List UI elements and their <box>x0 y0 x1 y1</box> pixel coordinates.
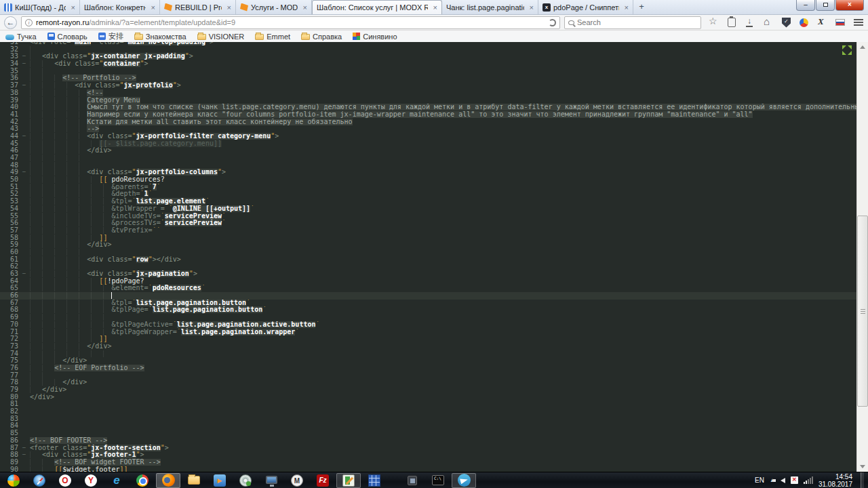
line-number[interactable]: 86 <box>0 437 20 445</box>
code-line[interactable]: 68 &tplPage=`list.page.pagination.button… <box>0 306 856 314</box>
chrome-taskbar-button[interactable] <box>130 473 155 488</box>
bookmark-item[interactable]: 安排 <box>98 31 123 41</box>
tab-close-icon[interactable]: × <box>149 3 155 12</box>
fold-marker-icon[interactable]: – <box>20 82 30 89</box>
clock[interactable]: 14:54 31.08.2017 <box>818 473 852 488</box>
site-info-icon[interactable]: i <box>25 19 33 26</box>
xmark-icon[interactable] <box>816 17 827 28</box>
line-number[interactable]: 70 <box>0 321 20 329</box>
code-line[interactable]: 74 <box>0 350 856 358</box>
fold-marker-icon[interactable]: – <box>20 445 30 452</box>
close-button[interactable]: × <box>835 0 864 11</box>
back-button[interactable]: ← <box>4 16 17 29</box>
yandex-browser-taskbar-button[interactable]: Y <box>79 473 103 488</box>
scroll-up-arrow[interactable] <box>857 42 868 53</box>
code-editor[interactable]: 31<div role="main" class="main no-top-pa… <box>0 42 868 472</box>
search-input[interactable] <box>577 18 697 26</box>
code-line[interactable]: 88– <div class="jx-footer-1"> <box>0 451 856 459</box>
bookmark-item[interactable]: Тучка <box>5 33 37 41</box>
network-signal-icon[interactable] <box>804 477 813 484</box>
code-line[interactable]: 37– <div class="jx-protfolio"> <box>0 82 856 89</box>
fold-marker-icon[interactable]: – <box>20 60 30 68</box>
code-line[interactable]: 52 &depth=`1` <box>0 190 856 198</box>
fold-marker-icon[interactable]: – <box>20 133 30 140</box>
scrollbar-thumb[interactable] <box>857 216 868 407</box>
code-line[interactable]: 58 ]] <box>0 235 856 242</box>
code-line[interactable]: 85 <box>0 430 856 437</box>
code-line[interactable]: 46 </div> <box>0 147 856 155</box>
code-line[interactable]: 47 <box>0 155 856 162</box>
disc-tool-taskbar-button[interactable] <box>233 473 258 488</box>
code-line[interactable]: 82 <box>0 408 856 415</box>
code-line[interactable]: 77 <box>0 372 856 380</box>
code-line[interactable]: 72 ]] <box>0 336 856 343</box>
browser-tab[interactable]: КиШ(Тодд) - Добрые люди× <box>0 0 80 14</box>
code-line[interactable]: 67 &tpl=`list.page.pagination.button` <box>0 300 856 307</box>
url-text[interactable]: remont-rayon.ru/adminka/?a=element/templ… <box>36 18 545 26</box>
pinwheel-icon[interactable] <box>800 18 808 27</box>
code-line[interactable]: 79 </div> <box>0 386 856 394</box>
opera-taskbar-button[interactable]: O <box>53 473 77 488</box>
browser-tab[interactable]: Шаблон: Список услуг | MODX R× <box>312 0 442 14</box>
browser-tab[interactable]: Шаблон: Конкретная Услуга | М× <box>80 0 160 14</box>
browser-tab[interactable]: Чанк: list.page.pagination.wrapp× <box>442 0 538 14</box>
code-line[interactable]: 80</div> <box>0 394 856 401</box>
line-number[interactable]: 57 <box>0 227 20 235</box>
mediainfo-taskbar-button[interactable]: M <box>285 473 309 488</box>
tab-close-icon[interactable]: × <box>622 3 629 12</box>
code-line[interactable]: 40 Смысл тут в том что списке (чанк list… <box>0 104 856 111</box>
new-tab-button[interactable]: + <box>633 0 650 14</box>
search-box[interactable] <box>564 16 701 29</box>
restore-button[interactable] <box>816 0 835 11</box>
show-desktop-button[interactable] <box>861 472 864 488</box>
code-line[interactable]: 39 Category Menu <box>0 97 856 104</box>
minimize-button[interactable]: – <box>796 0 815 11</box>
code-line[interactable]: 36 <!-- Portfolio --> <box>0 75 856 82</box>
code-line[interactable]: 49– <div class="jx-portfolio-columns"> <box>0 169 856 176</box>
command-prompt-taskbar-button[interactable]: C:\ <box>426 473 450 488</box>
clipboard-icon[interactable] <box>728 18 736 27</box>
filezilla-taskbar-button[interactable]: Fz <box>311 473 335 488</box>
tab-close-icon[interactable]: × <box>431 3 437 12</box>
internet-explorer-taskbar-button[interactable]: e <box>104 473 129 488</box>
line-number[interactable]: 38 <box>0 89 20 97</box>
line-number[interactable]: 41 <box>0 111 20 119</box>
bookmark-item[interactable]: Синявино <box>353 33 397 41</box>
line-number[interactable]: 54 <box>0 205 20 213</box>
computer-taskbar-button[interactable] <box>259 473 283 488</box>
blue-grid-app-taskbar-button[interactable] <box>362 473 387 488</box>
home-icon[interactable] <box>763 17 774 28</box>
code-line[interactable]: 51 &parents=`7` <box>0 184 856 191</box>
code-line[interactable]: 34– <div class="container"> <box>0 60 856 68</box>
code-line[interactable]: 90 [[$widget.footer]] <box>0 466 856 472</box>
code-line[interactable]: 41 Например если у контейнера класс "fou… <box>0 111 856 119</box>
code-line[interactable]: 84 <box>0 422 856 430</box>
windows-explorer-taskbar-button[interactable] <box>182 473 206 488</box>
code-line[interactable]: 78 </div> <box>0 379 856 386</box>
code-line[interactable]: 59 </div> <box>0 241 856 249</box>
scroll-down-arrow[interactable] <box>857 461 868 472</box>
fold-marker-icon[interactable]: – <box>20 53 30 60</box>
line-number[interactable]: 90 <box>0 466 20 472</box>
download-icon[interactable] <box>745 17 755 28</box>
action-center-flag-icon[interactable] <box>791 476 798 484</box>
notepad-editor-taskbar-button[interactable] <box>336 473 361 488</box>
code-line[interactable]: 64 [[!pdoPage? <box>0 278 856 285</box>
star-icon[interactable] <box>708 17 719 28</box>
telegram-taskbar-button[interactable] <box>452 473 476 488</box>
code-line[interactable]: 43 --> <box>0 125 856 133</box>
code-line[interactable]: 50 [[ pdoResources? <box>0 176 856 184</box>
code-line[interactable]: 69 <box>0 314 856 321</box>
start-button-taskbar-button[interactable] <box>1 473 26 488</box>
code-line[interactable]: 38 <!-- <box>0 89 856 97</box>
code-line[interactable]: 32 <box>0 46 856 54</box>
code-line[interactable]: 42 Кстати для метки all ставить этот кла… <box>0 119 856 126</box>
url-bar[interactable]: i remont-rayon.ru/adminka/?a=element/tem… <box>21 16 560 29</box>
fullscreen-toggle-icon[interactable] <box>842 45 852 55</box>
code-line[interactable]: 45 [[- $list.page.category.menu]] <box>0 140 856 148</box>
code-line[interactable]: 87–<footer class="jx-footer-section"> <box>0 445 856 452</box>
ru-flag-icon[interactable] <box>835 19 845 26</box>
code-line[interactable]: 44– <div class="jx-portfolio-filter cate… <box>0 133 856 140</box>
browser-tab[interactable]: xpdoPage / Сниппеты / pdoT× <box>538 0 633 14</box>
bookmark-item[interactable]: Emmet <box>255 33 290 41</box>
